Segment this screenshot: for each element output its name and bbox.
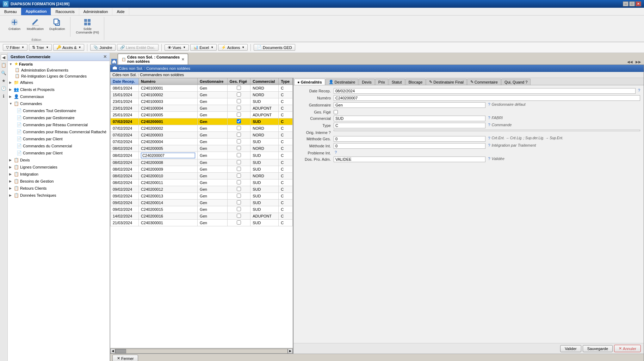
fige-checkbox[interactable]: [237, 126, 241, 130]
fige-checkbox[interactable]: [237, 220, 241, 225]
sidebar-search-btn[interactable]: 🔍: [1, 70, 7, 76]
tab-blocage[interactable]: Blocage: [405, 79, 426, 85]
joindre-button[interactable]: 📎 Joindre: [90, 44, 115, 51]
col-numero[interactable]: Numéro: [138, 78, 197, 85]
fige-checkbox[interactable]: [237, 160, 241, 164]
sidebar-item-commerciaux[interactable]: ▶ 👤 Commerciaux: [8, 93, 110, 100]
cell-ges-fige[interactable]: [227, 125, 250, 132]
cell-numero[interactable]: C240100004: [138, 105, 197, 112]
cell-ges-fige[interactable]: [227, 200, 250, 206]
table-row[interactable]: 08/02/2024C240200005GenNORDC: [111, 145, 293, 152]
acces-button[interactable]: 🔑 Accès & ▼: [53, 44, 84, 51]
col-gestionnaire[interactable]: Gestionnaire: [198, 78, 227, 85]
sidebar-item-cmd-gest[interactable]: 📄 Commandes par Gestionnaire: [8, 114, 110, 121]
tab-prev-btn[interactable]: ◀◀: [626, 59, 634, 65]
cell-numero[interactable]: C240200016: [138, 213, 197, 220]
tab-statut[interactable]: Statut: [389, 79, 405, 85]
sidebar-item-cmd-par-client[interactable]: 📄 Commandes par Client: [8, 135, 110, 142]
tab-destinataire[interactable]: 👤 Destinataire: [326, 79, 359, 85]
cell-numero[interactable]: C240100003: [138, 98, 197, 105]
cell-ges-fige[interactable]: [227, 85, 250, 92]
fige-checkbox[interactable]: [237, 86, 241, 90]
sidebar-item-retours[interactable]: ▶ 📋 Retours Clients: [8, 185, 110, 192]
fige-checkbox[interactable]: [237, 214, 241, 218]
cell-ges-fige[interactable]: [227, 92, 250, 98]
sidebar-nav-btn[interactable]: 📋: [1, 62, 7, 68]
sidebar-item-commandes[interactable]: ▼ 📋 Commandes: [8, 100, 110, 107]
col-date[interactable]: Date Recep.: [111, 78, 139, 85]
fige-checkbox[interactable]: [237, 200, 241, 204]
table-row[interactable]: 09/02/2024C240200012GenSUDC: [111, 186, 293, 193]
fige-checkbox[interactable]: [237, 146, 241, 150]
sidebar-item-cmd-commercial[interactable]: 📄 Commandes du Commercial: [8, 142, 110, 149]
table-row[interactable]: 23/01/2024C240100003GenSUDC: [111, 98, 293, 105]
table-row[interactable]: 08/02/2024C240200008GenSUDC: [111, 159, 293, 166]
sidebar-item-integration[interactable]: ▶ 📋 Intégration: [8, 171, 110, 178]
cell-numero[interactable]: C240200003: [138, 132, 197, 139]
table-row[interactable]: 09/02/2024C240200014GenSUDC: [111, 200, 293, 206]
scroll-left-btn[interactable]: ◀: [110, 349, 115, 354]
filtrer-button[interactable]: ▽ Filtrer ▼: [3, 44, 27, 51]
fermer-button[interactable]: ✕ Fermer: [112, 355, 138, 361]
cell-numero[interactable]: C240200014: [138, 200, 197, 206]
sidebar-section-favoris[interactable]: ▼ ★ Favoris: [8, 61, 110, 67]
scroll-track[interactable]: [115, 349, 288, 354]
sidebar-item-clients[interactable]: ▶ 👥 Clients et Prospects: [8, 86, 110, 93]
fige-checkbox[interactable]: [237, 119, 241, 123]
cell-numero[interactable]: [138, 152, 197, 159]
cell-numero[interactable]: C240200001: [138, 118, 197, 125]
table-row[interactable]: 08/02/2024C240200011GenSUDC: [111, 179, 293, 186]
sidebar-item-cmd-tout[interactable]: 📄 Commandes Tout Gestionnaire: [8, 107, 110, 114]
menu-application[interactable]: Application: [21, 8, 51, 15]
cell-ges-fige[interactable]: [227, 159, 250, 166]
methint-help-btn[interactable]: ?: [488, 143, 490, 147]
annuler-button[interactable]: ✕ Annuler: [614, 345, 641, 352]
vues-button[interactable]: 👁 Vues ▼: [165, 44, 189, 51]
duplication-button[interactable]: Duplication: [47, 17, 67, 32]
scroll-thumb[interactable]: [116, 349, 126, 353]
menu-administration[interactable]: Administration: [79, 8, 113, 15]
menu-aide[interactable]: Aide: [112, 8, 129, 15]
methgest-help-btn[interactable]: ?: [488, 136, 490, 140]
tab-commentaire[interactable]: ✎ Commentaire: [467, 79, 501, 85]
sidebar-toggle-btn[interactable]: ◀: [1, 54, 7, 61]
table-row[interactable]: 07/02/2024C240200002GenNORDC: [111, 125, 293, 132]
table-row[interactable]: 09/02/2024C240200015GenSUDC: [111, 206, 293, 213]
tab-dest-final[interactable]: ✎ Destinataire Final: [426, 79, 467, 85]
cell-ges-fige[interactable]: [227, 145, 250, 152]
sidebar-hist-btn[interactable]: 🕐: [1, 85, 7, 92]
table-row[interactable]: 07/02/2024C240200001GenSUDC: [111, 118, 293, 125]
fige-checkbox[interactable]: [237, 173, 241, 178]
gesfige-checkbox[interactable]: [334, 110, 338, 114]
sidebar-item-devis[interactable]: ▶ 📋 Devis: [8, 157, 110, 164]
valider-button[interactable]: Valider: [560, 345, 581, 352]
cell-ges-fige[interactable]: [227, 173, 250, 179]
sidebar-item-affaires[interactable]: ▶ 📁 Affaires: [8, 79, 110, 86]
sidebar-info-btn[interactable]: ℹ: [1, 93, 7, 99]
fav-admin-evenements[interactable]: 📋 Administration Évènements: [8, 67, 110, 73]
cell-numero[interactable]: C240200005: [138, 145, 197, 152]
tab-next-btn[interactable]: ▶▶: [634, 59, 643, 65]
cell-ges-fige[interactable]: [227, 152, 250, 159]
tab-home-icon[interactable]: [111, 59, 117, 65]
cell-numero[interactable]: C240200011: [138, 179, 197, 186]
cell-ges-fige[interactable]: [227, 98, 250, 105]
table-row[interactable]: 07/02/2024C240200003GenNORDC: [111, 132, 293, 139]
cell-numero[interactable]: C240200004: [138, 139, 197, 145]
sidebar-item-cmd-client2[interactable]: 📄 Commandes par Client: [8, 149, 110, 157]
cell-ges-fige[interactable]: [227, 112, 250, 118]
sidebar-item-lignes[interactable]: ▶ 📋 Lignes Commerciales: [8, 164, 110, 171]
fige-checkbox[interactable]: [237, 139, 241, 143]
col-ges-fige[interactable]: Ges. Figé: [227, 78, 250, 85]
table-row[interactable]: 15/01/2024C240100002GenNORDC: [111, 92, 293, 98]
cell-ges-fige[interactable]: [227, 105, 250, 112]
cell-ges-fige[interactable]: [227, 132, 250, 139]
table-row[interactable]: 08/02/2024GenSUDC: [111, 152, 293, 159]
fige-checkbox[interactable]: [237, 153, 241, 157]
fige-checkbox[interactable]: [237, 92, 241, 97]
cell-numero[interactable]: C240200008: [138, 159, 197, 166]
minimize-button[interactable]: ─: [623, 1, 628, 6]
sauvegarde-button[interactable]: Sauvegarde: [583, 345, 613, 352]
menu-bureau[interactable]: Bureau: [0, 8, 21, 15]
fige-checkbox[interactable]: [237, 99, 241, 103]
